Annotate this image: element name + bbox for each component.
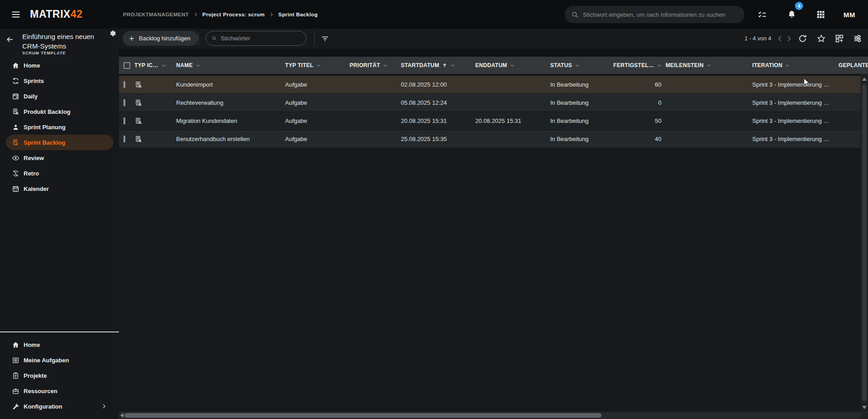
column-header-iteration[interactable]: ITERATION: [752, 62, 838, 68]
select-all-checkbox[interactable]: [123, 62, 130, 69]
table-row[interactable]: Migration Kundendaten Aufgabe 20.08.2025…: [119, 112, 861, 130]
startdatum-cell: 02.08.2025 12:00: [401, 81, 475, 88]
column-header-meilenstein[interactable]: MEILENSTEIN: [666, 62, 752, 68]
name-cell: Migration Kundendaten: [176, 117, 285, 124]
sidebar-item-sprint-backlog[interactable]: Sprint Backlog: [0, 135, 119, 150]
column-header-typ-icon[interactable]: TYP IC…: [134, 62, 176, 68]
sidebar-item-home[interactable]: Home: [0, 58, 119, 73]
scroll-down-arrow[interactable]: [862, 406, 867, 409]
sidebar-item-konfiguration[interactable]: Konfiguration: [0, 399, 119, 414]
chevron-down-icon[interactable]: [656, 63, 662, 68]
column-header-startdatum[interactable]: STARTDATUM: [401, 62, 475, 68]
sidebar-item-kalender[interactable]: Kalender: [0, 181, 119, 196]
document-search-icon: [12, 108, 20, 116]
breadcrumb-app[interactable]: PROJEKTMANAGEMENT: [123, 12, 189, 17]
row-checkbox[interactable]: [123, 99, 125, 106]
chevron-down-icon[interactable]: [195, 63, 201, 68]
row-checkbox[interactable]: [123, 136, 125, 142]
scroll-up-arrow[interactable]: [862, 78, 867, 81]
chevron-down-icon[interactable]: [509, 63, 515, 68]
column-header-name[interactable]: NAME: [176, 62, 285, 68]
table-row[interactable]: Kundenimport Aufgabe 02.08.2025 12:00 In…: [119, 74, 861, 94]
column-label: STATUS: [550, 62, 572, 68]
sidebar-item-label: Sprints: [24, 78, 44, 84]
horizontal-scrollbar[interactable]: [119, 412, 868, 419]
column-label: TYP IC…: [134, 62, 158, 68]
keywords-search[interactable]: [206, 31, 306, 46]
sidebar-item-meine-aufgaben[interactable]: Meine Aufgaben: [0, 352, 119, 368]
column-header-status[interactable]: STATUS: [550, 62, 613, 68]
chevron-down-icon[interactable]: [450, 63, 456, 68]
sidebar-item-ressourcen[interactable]: Ressourcen: [0, 383, 119, 399]
back-arrow-icon[interactable]: [5, 35, 15, 44]
sidebar-item-sprint-planung[interactable]: Sprint Planung: [0, 119, 119, 135]
row-select-cell: [123, 117, 134, 124]
global-nav: Home Meine Aufgaben Projekte Ressourcen …: [0, 337, 119, 414]
list-toolbar: Backlog hinzufügen 1 - 4 von 4: [119, 29, 868, 49]
chevron-down-icon[interactable]: [161, 63, 167, 68]
row-checkbox[interactable]: [123, 117, 125, 124]
sidebar-item-sprints[interactable]: Sprints: [0, 73, 119, 88]
sidebar-item-produkt-backlog[interactable]: Produkt Backlog: [0, 104, 119, 119]
chevron-down-icon[interactable]: [382, 63, 388, 68]
list-icon: [12, 356, 20, 364]
matrix42-logo[interactable]: MATRIX42: [30, 8, 83, 20]
table-body: Kundenimport Aufgabe 02.08.2025 12:00 In…: [119, 74, 861, 148]
column-header-typ-titel[interactable]: TYP TITEL: [285, 62, 350, 68]
logo-text-matrix: MATRIX: [30, 8, 70, 20]
sidebar-item-review[interactable]: Review: [0, 150, 119, 166]
add-backlog-button[interactable]: Backlog hinzufügen: [123, 31, 198, 46]
breadcrumb-project[interactable]: Project Process: scrum: [202, 12, 265, 17]
sidebar-item-retro[interactable]: Retro: [0, 166, 119, 181]
sidebar-item-projekte[interactable]: Projekte: [0, 368, 119, 383]
horizontal-scrollbar-thumb[interactable]: [124, 413, 602, 418]
sidebar-item-global-home[interactable]: Home: [0, 337, 119, 352]
typ-titel-cell: Aufgabe: [285, 117, 350, 124]
gear-icon[interactable]: [108, 29, 116, 37]
chevron-right-icon[interactable]: [784, 34, 794, 44]
sidebar: Einführung eines neuen CRM-Systems SCRUM…: [0, 29, 119, 419]
keywords-input[interactable]: [221, 35, 301, 42]
row-checkbox[interactable]: [123, 81, 125, 88]
name-cell: Benutzerhandbuch erstellen: [176, 136, 285, 142]
column-header-fertigstellung[interactable]: FERTIGSTEL…: [613, 62, 666, 68]
logo-text-42: 42: [70, 8, 83, 20]
sidebar-item-daily[interactable]: Daily: [0, 88, 119, 104]
column-header-geplante[interactable]: GEPLANTE: [838, 62, 868, 68]
refresh-icon[interactable]: [798, 34, 808, 44]
filter-icon[interactable]: [320, 34, 330, 44]
chevron-down-icon[interactable]: [706, 63, 712, 68]
column-header-enddatum[interactable]: ENDDATUM: [475, 62, 550, 68]
typ-icon-cell: [134, 99, 176, 107]
search-icon: [571, 11, 579, 19]
tune-icon[interactable]: [853, 34, 863, 44]
typ-icon-cell: [134, 117, 176, 125]
project-nav: Home Sprints Daily Produkt Backlog Sprin…: [0, 58, 119, 196]
chevron-down-icon[interactable]: [316, 63, 321, 68]
document-check-icon: [12, 139, 20, 146]
breadcrumb-page[interactable]: Sprint Backlog: [278, 12, 318, 17]
document-search-icon: [134, 81, 143, 89]
dashboard-add-icon[interactable]: [834, 34, 844, 44]
table-row[interactable]: Benutzerhandbuch erstellen Aufgabe 25.08…: [119, 130, 861, 148]
star-icon[interactable]: [816, 34, 826, 44]
vertical-scrollbar[interactable]: [861, 74, 868, 412]
chevron-down-icon[interactable]: [574, 63, 580, 68]
project-title: Einführung eines neuen CRM-Systems: [22, 32, 99, 51]
global-search[interactable]: [565, 6, 745, 23]
table-header: TYP IC… NAME TYP TITEL PRIORITÄT STARTDA…: [119, 57, 868, 74]
avatar[interactable]: MM: [840, 5, 859, 24]
column-header-prioritaet[interactable]: PRIORITÄT: [350, 62, 401, 68]
toolbar-divider: [198, 32, 199, 45]
calendar-grid-icon: [12, 185, 20, 193]
chevron-left-icon[interactable]: [775, 34, 785, 44]
global-search-input[interactable]: [583, 11, 738, 18]
table-row[interactable]: Rechteverwaltung Aufgabe 05.08.2025 12:2…: [119, 94, 861, 112]
vertical-scrollbar-thumb[interactable]: [862, 84, 867, 401]
bell-icon[interactable]: [787, 10, 797, 19]
chevron-down-icon[interactable]: [784, 63, 790, 68]
menu-icon[interactable]: [11, 10, 21, 19]
apps-grid-icon[interactable]: [816, 10, 826, 19]
scroll-left-arrow[interactable]: [120, 413, 123, 418]
tasks-checklist-icon[interactable]: [757, 10, 767, 19]
